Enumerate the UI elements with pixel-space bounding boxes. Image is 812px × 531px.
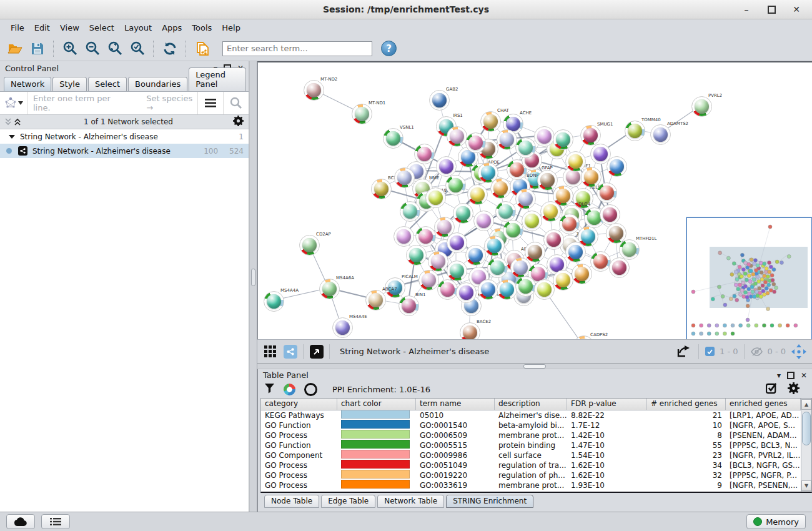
string-search-button[interactable]	[224, 92, 249, 114]
close-icon[interactable]: ✕	[788, 3, 805, 16]
help-button[interactable]: ?	[381, 41, 397, 56]
network-node-chat[interactable]: CHAT	[480, 111, 501, 132]
column-header-enriched-genes[interactable]: enriched genes	[726, 399, 801, 410]
network-node-cadps2[interactable]: CADPS2	[573, 335, 594, 339]
network-node[interactable]	[425, 187, 446, 208]
table-row[interactable]: GO ProcessGO:0006509membrane prot...1.42…	[261, 430, 801, 440]
network-node[interactable]	[400, 201, 420, 222]
network-node[interactable]	[418, 270, 439, 290]
open-in-browser-button[interactable]	[310, 345, 324, 359]
table-row[interactable]: GO ProcessGO:0033619membrane prot...1.93…	[261, 480, 801, 490]
menu-file[interactable]: File	[6, 21, 29, 34]
network-node[interactable]	[467, 184, 488, 205]
network-node[interactable]	[515, 276, 536, 297]
network-node[interactable]	[428, 251, 448, 272]
network-node-mt-nd2[interactable]: MT-ND2	[304, 80, 324, 101]
network-node-tomm40[interactable]: TOMM40	[625, 121, 645, 141]
column-header-chart-color[interactable]: chart color	[337, 399, 416, 410]
network-node[interactable]	[497, 129, 517, 150]
table-row[interactable]: GO ProcessGO:0051049regulation of tra...…	[261, 460, 801, 470]
column-header--enriched-genes[interactable]: # enriched genes	[647, 399, 726, 410]
network-node[interactable]	[515, 137, 536, 158]
network-options-gear-icon[interactable]	[233, 116, 244, 129]
memory-button[interactable]: Memory	[746, 514, 806, 529]
network-node[interactable]	[436, 156, 457, 177]
zoom-in-button[interactable]	[60, 39, 80, 58]
menu-layout[interactable]: Layout	[120, 21, 156, 34]
string-query-input[interactable]: Enter one term per line. Set species →	[28, 94, 197, 112]
network-node[interactable]	[465, 132, 486, 153]
column-header-category[interactable]: category	[261, 399, 337, 410]
expand-all-icon[interactable]	[14, 118, 21, 126]
string-options-button[interactable]	[198, 92, 223, 114]
minimize-icon[interactable]: –	[738, 3, 755, 16]
string-view-button[interactable]	[284, 345, 297, 359]
network-node[interactable]	[394, 167, 415, 188]
network-node[interactable]	[497, 279, 517, 300]
column-header-term-name[interactable]: term name	[416, 399, 495, 410]
export-network-button[interactable]	[674, 343, 693, 360]
network-node-ms4a4a[interactable]: MS4A4A	[264, 291, 284, 312]
table-row[interactable]: GO FunctionGO:0001540beta-amyloid bi...1…	[261, 420, 801, 430]
network-node[interactable]	[414, 144, 435, 164]
scroll-up-icon[interactable]: ▲	[801, 399, 811, 410]
network-node[interactable]	[597, 182, 617, 203]
network-node-smug1[interactable]: SMUG1	[580, 125, 601, 146]
panel-menu-icon[interactable]: ▾	[777, 371, 781, 380]
network-node-ms4a4e[interactable]: MS4A4E	[332, 317, 353, 338]
network-node[interactable]	[445, 175, 466, 196]
save-session-button[interactable]	[27, 39, 47, 58]
maximize-icon[interactable]	[763, 3, 780, 16]
network-node[interactable]	[490, 178, 511, 199]
network-node[interactable]	[609, 257, 630, 278]
network-node-abca7[interactable]: ABCA7	[365, 290, 386, 310]
menu-select[interactable]: Select	[85, 21, 119, 34]
tab-node-table[interactable]: Node Table	[264, 495, 319, 508]
network-node[interactable]	[456, 282, 477, 303]
enrichment-settings-button[interactable]	[788, 382, 800, 397]
network-node[interactable]	[553, 129, 573, 150]
network-node[interactable]	[465, 245, 486, 266]
network-node-gab2[interactable]: GAB2	[429, 90, 450, 111]
table-vertical-scrollbar[interactable]: ▲ ▼	[801, 399, 811, 492]
column-header-description[interactable]: description	[495, 399, 567, 410]
menu-edit[interactable]: Edit	[30, 21, 54, 34]
network-node[interactable]	[534, 126, 555, 147]
string-logo[interactable]	[0, 92, 28, 114]
network-node-vsnl1[interactable]: VSNL1	[383, 128, 404, 149]
filter-button[interactable]	[264, 383, 275, 396]
scrollbar-thumb[interactable]	[802, 412, 811, 445]
zoom-selected-button[interactable]	[127, 39, 147, 58]
network-node[interactable]	[590, 251, 611, 272]
network-node[interactable]	[406, 245, 427, 266]
network-node-cd2ap[interactable]: CD2AP	[299, 235, 320, 256]
network-node[interactable]	[537, 170, 558, 191]
table-row[interactable]: GO ComponentGO:0009986cell surface1.54E-…	[261, 450, 801, 460]
network-node[interactable]	[525, 242, 545, 262]
network-node[interactable]	[478, 279, 498, 300]
network-node[interactable]	[487, 257, 508, 278]
network-node[interactable]	[553, 186, 573, 206]
menu-tools[interactable]: Tools	[187, 21, 216, 34]
network-node-ms4a6a[interactable]: MS4A6A	[319, 279, 340, 299]
tab-string-enrichment[interactable]: STRING Enrichment	[446, 495, 533, 508]
tab-edge-table[interactable]: Edge Table	[321, 495, 375, 508]
tab-network-table[interactable]: Network Table	[377, 495, 444, 508]
remove-chart-button[interactable]	[304, 383, 317, 396]
chart-settings-button[interactable]	[284, 384, 295, 395]
network-node[interactable]	[447, 232, 467, 253]
network-node[interactable]	[578, 226, 598, 247]
network-node[interactable]	[394, 226, 414, 247]
network-node[interactable]	[447, 126, 467, 147]
tab-style[interactable]: Style	[52, 77, 87, 91]
network-node[interactable]	[447, 261, 467, 281]
zoom-fit-button[interactable]	[105, 39, 125, 58]
splitter-grip[interactable]	[523, 364, 546, 369]
network-node[interactable]	[607, 156, 627, 177]
select-all-button[interactable]	[766, 382, 778, 397]
task-history-button[interactable]	[41, 514, 70, 529]
menu-apps[interactable]: Apps	[157, 21, 186, 34]
collection-expander-icon[interactable]	[9, 135, 15, 139]
table-row[interactable]: KEGG Pathways05010Alzheimer's dise...8.8…	[261, 410, 801, 420]
network-node-bace2[interactable]: BACE2	[460, 322, 480, 339]
